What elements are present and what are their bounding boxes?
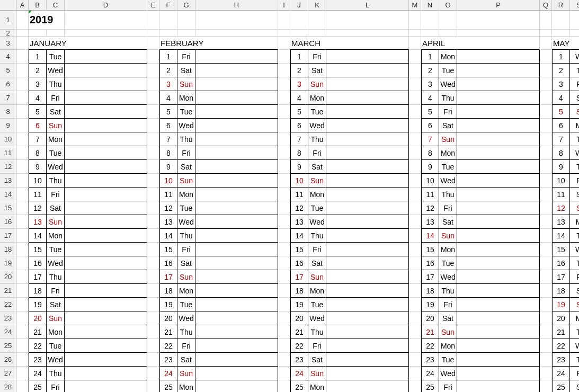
- day-name[interactable]: Fri: [439, 298, 457, 311]
- day-name[interactable]: Wed: [47, 256, 65, 270]
- day-note[interactable]: [65, 311, 147, 325]
- day-note[interactable]: [65, 50, 147, 64]
- row-header-1[interactable]: 1: [0, 11, 16, 30]
- day-number[interactable]: 9: [552, 160, 570, 174]
- day-number[interactable]: 2: [29, 64, 47, 77]
- day-note[interactable]: [326, 256, 409, 270]
- day-number[interactable]: 20: [290, 311, 308, 325]
- day-number[interactable]: 9: [29, 160, 47, 174]
- column-header-L[interactable]: L: [326, 0, 409, 11]
- day-note[interactable]: [457, 132, 540, 146]
- day-name[interactable]: Fri: [177, 146, 195, 160]
- day-number[interactable]: 25: [290, 380, 308, 392]
- row-header-6[interactable]: 6: [0, 77, 16, 91]
- day-note[interactable]: [195, 50, 278, 64]
- day-name[interactable]: Wed: [177, 119, 195, 132]
- day-note[interactable]: [457, 119, 540, 132]
- day-name[interactable]: W: [570, 50, 579, 64]
- day-number[interactable]: 17: [552, 270, 570, 284]
- row-header-11[interactable]: 11: [0, 146, 16, 160]
- day-name[interactable]: Tue: [308, 201, 326, 215]
- row-header-9[interactable]: 9: [0, 119, 16, 132]
- column-header-Q[interactable]: Q: [540, 0, 552, 11]
- day-name[interactable]: F: [570, 174, 579, 188]
- day-name[interactable]: T: [570, 229, 579, 243]
- day-name[interactable]: Sun: [439, 229, 457, 243]
- day-number[interactable]: 23: [421, 353, 439, 367]
- day-note[interactable]: [195, 256, 278, 270]
- day-name[interactable]: Thu: [47, 270, 65, 284]
- day-name[interactable]: Wed: [177, 215, 195, 229]
- day-number[interactable]: 3: [290, 77, 308, 91]
- day-name[interactable]: Sat: [439, 215, 457, 229]
- day-name[interactable]: Sun: [308, 174, 326, 188]
- day-note[interactable]: [326, 284, 409, 298]
- day-number[interactable]: 25: [552, 380, 570, 392]
- day-note[interactable]: [326, 64, 409, 77]
- row-header-2[interactable]: 2: [0, 30, 16, 37]
- day-note[interactable]: [195, 105, 278, 119]
- day-number[interactable]: 11: [29, 188, 47, 201]
- day-number[interactable]: 7: [552, 132, 570, 146]
- day-number[interactable]: 19: [421, 298, 439, 311]
- day-note[interactable]: [65, 256, 147, 270]
- day-number[interactable]: 1: [159, 50, 177, 64]
- day-name[interactable]: Wed: [308, 119, 326, 132]
- day-name[interactable]: Mon: [177, 188, 195, 201]
- day-number[interactable]: 13: [290, 215, 308, 229]
- day-name[interactable]: Fri: [47, 380, 65, 392]
- day-name[interactable]: Sat: [308, 353, 326, 367]
- day-number[interactable]: 21: [421, 325, 439, 339]
- day-name[interactable]: Thu: [47, 174, 65, 188]
- day-number[interactable]: 20: [159, 311, 177, 325]
- row-header-20[interactable]: 20: [0, 270, 16, 284]
- day-note[interactable]: [326, 229, 409, 243]
- day-number[interactable]: 6: [552, 119, 570, 132]
- day-name[interactable]: Tue: [47, 50, 65, 64]
- row-header-25[interactable]: 25: [0, 339, 16, 353]
- day-name[interactable]: Sun: [177, 367, 195, 380]
- day-note[interactable]: [195, 160, 278, 174]
- day-number[interactable]: 9: [421, 160, 439, 174]
- day-name[interactable]: Mon: [308, 284, 326, 298]
- day-note[interactable]: [457, 243, 540, 256]
- day-number[interactable]: 11: [421, 188, 439, 201]
- day-note[interactable]: [195, 339, 278, 353]
- day-name[interactable]: Tue: [308, 105, 326, 119]
- day-number[interactable]: 7: [29, 132, 47, 146]
- day-name[interactable]: Wed: [47, 353, 65, 367]
- column-header-I[interactable]: I: [278, 0, 290, 11]
- row-header-10[interactable]: 10: [0, 132, 16, 146]
- day-name[interactable]: Fri: [439, 105, 457, 119]
- day-note[interactable]: [326, 188, 409, 201]
- day-number[interactable]: 20: [421, 311, 439, 325]
- month-header-march[interactable]: MARCH: [290, 37, 409, 50]
- day-name[interactable]: Wed: [177, 311, 195, 325]
- day-note[interactable]: [65, 339, 147, 353]
- day-note[interactable]: [457, 270, 540, 284]
- column-header-G[interactable]: G: [177, 0, 195, 11]
- day-number[interactable]: 24: [29, 367, 47, 380]
- day-note[interactable]: [457, 367, 540, 380]
- day-name[interactable]: Mon: [177, 284, 195, 298]
- day-number[interactable]: 8: [421, 146, 439, 160]
- day-note[interactable]: [195, 229, 278, 243]
- day-number[interactable]: 4: [29, 91, 47, 105]
- day-note[interactable]: [65, 353, 147, 367]
- day-name[interactable]: Tue: [177, 105, 195, 119]
- day-note[interactable]: [457, 229, 540, 243]
- day-name[interactable]: Sat: [308, 64, 326, 77]
- day-name[interactable]: Thu: [177, 325, 195, 339]
- day-number[interactable]: 10: [552, 174, 570, 188]
- day-note[interactable]: [195, 298, 278, 311]
- column-header-K[interactable]: K: [308, 0, 326, 11]
- day-number[interactable]: 6: [421, 119, 439, 132]
- day-name[interactable]: Wed: [439, 270, 457, 284]
- day-name[interactable]: M: [570, 215, 579, 229]
- day-number[interactable]: 20: [29, 311, 47, 325]
- day-note[interactable]: [195, 64, 278, 77]
- day-note[interactable]: [326, 132, 409, 146]
- day-name[interactable]: W: [570, 146, 579, 160]
- column-header-F[interactable]: F: [159, 0, 177, 11]
- day-note[interactable]: [195, 215, 278, 229]
